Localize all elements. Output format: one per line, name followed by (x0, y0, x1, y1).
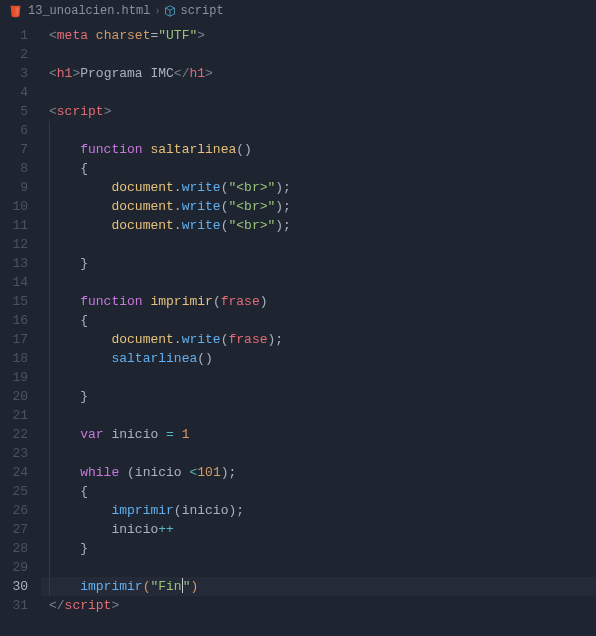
line-number: 14 (0, 273, 28, 292)
code-line[interactable]: </script> (41, 596, 596, 615)
line-number: 15 (0, 292, 28, 311)
code-line[interactable]: <h1>Programa IMC</h1> (41, 64, 596, 83)
code-line[interactable]: function saltarlinea() (41, 140, 596, 159)
line-number: 18 (0, 349, 28, 368)
code-line[interactable]: while (inicio <101); (41, 463, 596, 482)
code-line[interactable] (41, 444, 596, 463)
code-line[interactable]: { (41, 311, 596, 330)
code-line[interactable] (41, 235, 596, 254)
line-number: 7 (0, 140, 28, 159)
code-line[interactable]: document.write("<br>"); (41, 178, 596, 197)
code-line[interactable] (41, 83, 596, 102)
line-number: 21 (0, 406, 28, 425)
line-number: 1 (0, 26, 28, 45)
line-number: 29 (0, 558, 28, 577)
code-line[interactable]: function imprimir(frase) (41, 292, 596, 311)
line-number: 4 (0, 83, 28, 102)
chevron-right-icon: › (154, 6, 160, 17)
line-number: 6 (0, 121, 28, 140)
cube-icon (164, 5, 176, 17)
line-number: 9 (0, 178, 28, 197)
line-number: 20 (0, 387, 28, 406)
line-number: 16 (0, 311, 28, 330)
line-number: 22 (0, 425, 28, 444)
code-line[interactable] (41, 273, 596, 292)
code-line[interactable]: document.write("<br>"); (41, 216, 596, 235)
line-number: 31 (0, 596, 28, 615)
code-line[interactable]: } (41, 539, 596, 558)
line-number-gutter: 1 2 3 4 5 6 7 8 9 10 11 12 13 14 15 16 1… (0, 22, 40, 636)
line-number: 30 (0, 577, 28, 596)
code-line[interactable]: } (41, 254, 596, 273)
line-number: 13 (0, 254, 28, 273)
code-line[interactable]: } (41, 387, 596, 406)
code-line[interactable]: <meta charset="UTF"> (41, 26, 596, 45)
code-line[interactable] (41, 368, 596, 387)
line-number: 11 (0, 216, 28, 235)
line-number: 3 (0, 64, 28, 83)
code-line[interactable]: document.write(frase); (41, 330, 596, 349)
breadcrumb[interactable]: 13_unoalcien.html › script (0, 0, 596, 22)
line-number: 27 (0, 520, 28, 539)
line-number: 10 (0, 197, 28, 216)
html5-icon (8, 4, 22, 18)
line-number: 17 (0, 330, 28, 349)
code-line[interactable] (41, 121, 596, 140)
line-number: 8 (0, 159, 28, 178)
code-line[interactable]: imprimir("Fin") (41, 577, 596, 596)
code-line[interactable]: { (41, 482, 596, 501)
code-line[interactable]: <script> (41, 102, 596, 121)
code-area[interactable]: <meta charset="UTF"> <h1>Programa IMC</h… (40, 22, 596, 636)
line-number: 12 (0, 235, 28, 254)
code-line[interactable]: var inicio = 1 (41, 425, 596, 444)
line-number: 25 (0, 482, 28, 501)
line-number: 19 (0, 368, 28, 387)
line-number: 24 (0, 463, 28, 482)
code-line[interactable]: inicio++ (41, 520, 596, 539)
code-line[interactable]: saltarlinea() (41, 349, 596, 368)
code-line[interactable] (41, 558, 596, 577)
line-number: 26 (0, 501, 28, 520)
code-line[interactable]: imprimir(inicio); (41, 501, 596, 520)
line-number: 2 (0, 45, 28, 64)
line-number: 28 (0, 539, 28, 558)
line-number: 23 (0, 444, 28, 463)
breadcrumb-file[interactable]: 13_unoalcien.html (28, 4, 150, 18)
code-line[interactable]: document.write("<br>"); (41, 197, 596, 216)
line-number: 5 (0, 102, 28, 121)
code-editor[interactable]: 1 2 3 4 5 6 7 8 9 10 11 12 13 14 15 16 1… (0, 22, 596, 636)
code-line[interactable] (41, 406, 596, 425)
code-line[interactable]: { (41, 159, 596, 178)
breadcrumb-symbol[interactable]: script (180, 4, 223, 18)
code-line[interactable] (41, 45, 596, 64)
